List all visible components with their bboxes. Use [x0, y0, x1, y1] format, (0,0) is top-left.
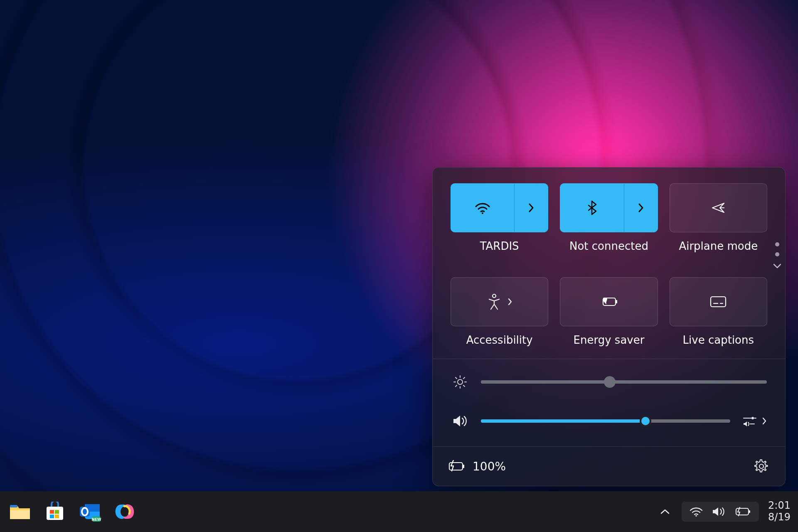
bluetooth-label: Not connected	[569, 240, 648, 252]
volume-icon	[712, 506, 727, 517]
bluetooth-tile[interactable]	[560, 183, 658, 232]
dot-icon	[775, 242, 779, 246]
settings-button[interactable]	[752, 457, 771, 476]
svg-rect-30	[55, 515, 59, 518]
svg-line-15	[463, 377, 465, 379]
energy-saver-tile[interactable]	[560, 277, 658, 326]
accessibility-label: Accessibility	[466, 334, 533, 346]
accessibility-icon	[487, 293, 502, 310]
wifi-label: TARDIS	[480, 240, 519, 252]
bluetooth-tile-wrap: Not connected	[560, 183, 657, 252]
brightness-slider[interactable]	[481, 377, 767, 387]
audio-output-button[interactable]	[742, 415, 758, 427]
chevron-right-icon	[507, 298, 512, 306]
wifi-expand-button[interactable]	[514, 184, 548, 232]
file-explorer-app[interactable]	[7, 499, 32, 524]
svg-rect-29	[50, 515, 54, 518]
svg-rect-28	[55, 510, 59, 514]
volume-icon	[451, 414, 469, 428]
battery-status[interactable]: 100%	[447, 460, 506, 473]
wifi-icon	[474, 202, 491, 214]
airplane-tile-wrap: Airplane mode	[670, 183, 767, 252]
energy-tile-wrap: Energy saver	[560, 277, 657, 346]
svg-point-23	[759, 464, 764, 468]
quick-settings-tiles: TARDIS	[433, 167, 785, 359]
battery-icon	[735, 507, 751, 517]
microsoft-store-app[interactable]	[42, 499, 67, 524]
volume-row	[451, 414, 767, 428]
accessibility-tile[interactable]	[451, 277, 548, 326]
svg-rect-24	[10, 510, 30, 519]
captions-icon	[709, 295, 727, 308]
energy-label: Energy saver	[574, 334, 645, 346]
svg-point-17	[751, 417, 754, 419]
chevron-right-icon	[638, 203, 644, 213]
svg-rect-3	[616, 300, 617, 303]
svg-rect-39	[749, 510, 750, 513]
svg-line-13	[463, 385, 465, 387]
taskbar-right: 2:01 8/19	[658, 500, 791, 523]
airplane-icon	[710, 201, 727, 215]
svg-line-14	[456, 385, 457, 387]
wifi-tile-wrap: TARDIS	[451, 183, 548, 252]
airplane-mode-tile[interactable]	[670, 183, 767, 232]
tile-row: TARDIS	[451, 183, 767, 252]
outlook-app[interactable]: NEW	[77, 499, 102, 524]
svg-point-37	[695, 515, 697, 517]
clock-time: 2:01	[768, 500, 791, 512]
energy-saver-icon	[600, 296, 618, 308]
panel-scroll-indicator[interactable]	[773, 242, 781, 270]
copilot-app[interactable]	[112, 499, 137, 524]
system-tray-group[interactable]	[682, 502, 759, 522]
svg-rect-22	[463, 465, 464, 468]
tray-overflow-button[interactable]	[658, 506, 672, 517]
wifi-toggle-button[interactable]	[451, 202, 514, 214]
chevron-right-icon	[528, 203, 534, 213]
svg-point-7	[458, 379, 463, 384]
quick-settings-panel: TARDIS	[432, 167, 786, 486]
battery-percent-label: 100%	[473, 460, 506, 473]
taskbar-app-icons: NEW	[7, 499, 137, 524]
svg-rect-25	[10, 505, 17, 507]
sliders-section	[433, 359, 785, 447]
svg-point-1	[493, 294, 496, 298]
bluetooth-toggle-button[interactable]	[560, 200, 623, 215]
accessibility-tile-wrap: Accessibility	[451, 277, 548, 346]
brightness-icon	[451, 375, 469, 389]
dot-icon	[775, 252, 779, 256]
live-captions-tile[interactable]	[670, 277, 767, 326]
svg-rect-27	[50, 510, 54, 514]
gear-icon	[754, 459, 768, 473]
volume-slider[interactable]	[481, 416, 730, 426]
wifi-icon	[689, 506, 703, 517]
chevron-up-icon	[660, 508, 670, 515]
chevron-right-icon[interactable]	[762, 417, 767, 425]
tile-row: Accessibility Energy saver	[451, 277, 767, 346]
bluetooth-expand-button[interactable]	[624, 184, 658, 232]
svg-point-0	[482, 212, 483, 214]
wifi-tile[interactable]	[451, 183, 548, 232]
captions-label: Live captions	[683, 334, 754, 346]
svg-rect-4	[711, 297, 726, 307]
panel-bottom-row: 100%	[433, 447, 785, 486]
svg-line-12	[456, 377, 457, 379]
battery-charging-icon	[447, 460, 466, 473]
taskbar: NEW 2:01 8/19	[0, 491, 798, 532]
airplane-label: Airplane mode	[679, 240, 758, 252]
chevron-down-icon	[773, 262, 781, 270]
taskbar-clock[interactable]: 2:01 8/19	[768, 500, 791, 523]
captions-tile-wrap: Live captions	[670, 277, 767, 346]
bluetooth-icon	[587, 200, 597, 215]
svg-text:NEW: NEW	[91, 517, 101, 522]
brightness-row	[451, 375, 767, 389]
clock-date: 8/19	[768, 512, 791, 523]
